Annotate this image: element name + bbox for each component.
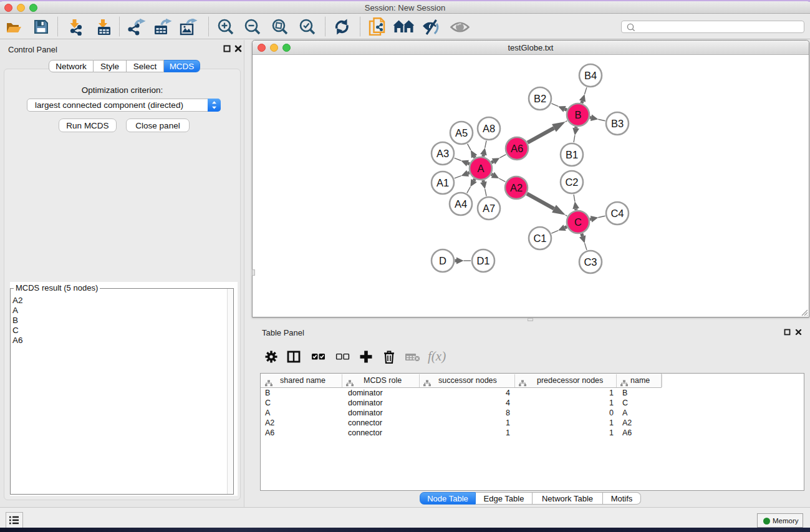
svg-text:A4: A4	[455, 198, 467, 210]
svg-text:B4: B4	[584, 70, 597, 81]
svg-text:D1: D1	[476, 255, 489, 266]
svg-text:A7: A7	[483, 203, 495, 214]
svg-text:D: D	[439, 255, 446, 266]
svg-text:C3: C3	[584, 256, 597, 268]
svg-text:A: A	[477, 163, 484, 174]
svg-text:B: B	[574, 109, 581, 120]
svg-text:C4: C4	[610, 208, 624, 219]
svg-text:B1: B1	[566, 149, 578, 160]
svg-text:A1: A1	[436, 177, 449, 188]
svg-text:B2: B2	[534, 93, 546, 104]
svg-text:C1: C1	[533, 233, 546, 244]
svg-text:A5: A5	[455, 127, 468, 138]
svg-text:B3: B3	[611, 118, 624, 129]
svg-text:A6: A6	[511, 143, 523, 154]
svg-text:C: C	[574, 216, 582, 228]
svg-text:C2: C2	[565, 177, 578, 188]
svg-text:A2: A2	[510, 182, 523, 193]
svg-text:A3: A3	[436, 148, 449, 159]
svg-text:A8: A8	[483, 123, 495, 134]
